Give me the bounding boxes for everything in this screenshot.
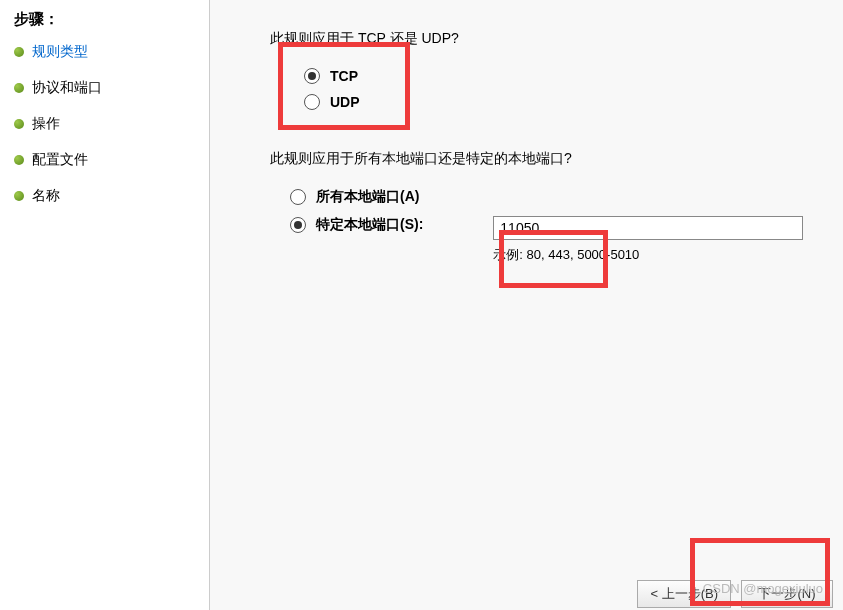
bullet-icon: [14, 191, 24, 201]
radio-udp[interactable]: UDP: [304, 94, 843, 110]
steps-sidebar: 步骤： 规则类型 协议和端口 操作 配置文件 名称: [0, 0, 210, 610]
sidebar-title: 步骤：: [14, 10, 209, 29]
radio-icon: [290, 189, 306, 205]
back-button[interactable]: < 上一步(B): [637, 580, 731, 608]
radio-label: 所有本地端口(A): [316, 188, 419, 206]
step-label: 名称: [32, 187, 60, 205]
protocol-question: 此规则应用于 TCP 还是 UDP?: [270, 30, 843, 48]
port-radio-group: 所有本地端口(A) 特定本地端口(S): 示例: 80, 443, 5000-5…: [290, 188, 843, 264]
radio-tcp[interactable]: TCP: [304, 68, 843, 84]
radio-icon: [304, 68, 320, 84]
main-panel: 此规则应用于 TCP 还是 UDP? TCP UDP 此规则应用于所有本地端口还…: [210, 0, 843, 610]
step-rule-type[interactable]: 规则类型: [14, 43, 209, 61]
radio-label: TCP: [330, 68, 358, 84]
port-example-text: 示例: 80, 443, 5000-5010: [493, 246, 803, 264]
step-name[interactable]: 名称: [14, 187, 209, 205]
bullet-icon: [14, 83, 24, 93]
step-label: 配置文件: [32, 151, 88, 169]
radio-label: 特定本地端口(S):: [316, 216, 423, 234]
protocol-radio-group: TCP UDP: [304, 68, 843, 110]
step-protocol-port[interactable]: 协议和端口: [14, 79, 209, 97]
specific-port-input[interactable]: [493, 216, 803, 240]
step-label: 规则类型: [32, 43, 88, 61]
button-bar: < 上一步(B) 下一步(N): [637, 580, 843, 610]
radio-specific-ports[interactable]: 特定本地端口(S):: [290, 216, 423, 234]
radio-icon: [290, 217, 306, 233]
radio-label: UDP: [330, 94, 360, 110]
step-action[interactable]: 操作: [14, 115, 209, 133]
radio-all-ports[interactable]: 所有本地端口(A): [290, 188, 843, 206]
step-label: 操作: [32, 115, 60, 133]
next-button[interactable]: 下一步(N): [741, 580, 833, 608]
port-question: 此规则应用于所有本地端口还是特定的本地端口?: [270, 150, 843, 168]
radio-icon: [304, 94, 320, 110]
step-profile[interactable]: 配置文件: [14, 151, 209, 169]
bullet-icon: [14, 119, 24, 129]
bullet-icon: [14, 155, 24, 165]
step-label: 协议和端口: [32, 79, 102, 97]
bullet-icon: [14, 47, 24, 57]
